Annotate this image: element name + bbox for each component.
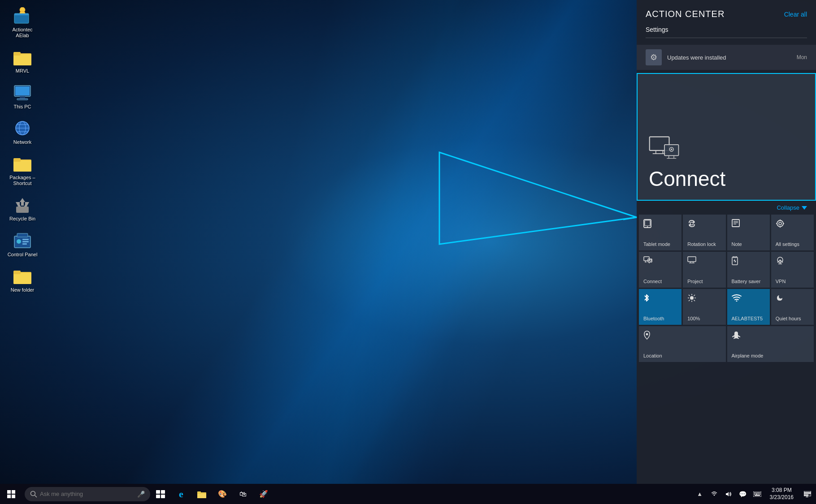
all-settings-tile[interactable]: All settings <box>771 215 814 250</box>
desktop-icon-packages-shortcut[interactable]: Packages – Shortcut <box>2 152 43 189</box>
collapse-row[interactable]: Collapse <box>637 201 816 215</box>
desktop-icon-mrvl[interactable]: MRVL <box>2 46 43 77</box>
recycle-bin-icon-image <box>13 196 31 214</box>
clock-time: 3:08 PM <box>772 487 792 494</box>
project-label: Project <box>687 279 703 284</box>
rotation-lock-tile[interactable]: Rotation lock <box>683 215 725 250</box>
chat-tray-icon[interactable]: 💬 <box>736 484 750 504</box>
svg-rect-8 <box>20 96 25 99</box>
svg-rect-56 <box>804 495 808 495</box>
svg-rect-18 <box>16 207 29 213</box>
svg-rect-47 <box>760 492 760 493</box>
desktop-icons: Actiontec AElab MRVL This PC Network Pac… <box>2 4 43 296</box>
rocket-button[interactable]: 🚀 <box>253 484 274 504</box>
svg-rect-9 <box>17 99 28 100</box>
store-button[interactable]: 🛍 <box>233 484 253 504</box>
svg-rect-91 <box>688 257 696 262</box>
notifications-tray-icon[interactable] <box>799 484 816 504</box>
taskbar-tray: ▲ 💬 <box>693 484 816 504</box>
svg-point-90 <box>650 259 651 261</box>
battery-saver-tile[interactable]: Battery saver <box>727 252 770 288</box>
search-bar[interactable]: 🎤 <box>25 487 150 501</box>
desktop-icon-new-folder[interactable]: New folder <box>2 265 43 296</box>
svg-point-100 <box>690 296 694 300</box>
tiles-row-4: Location Airplane mode <box>639 326 814 362</box>
airplane-mode-label: Airplane mode <box>732 353 764 358</box>
start-button[interactable] <box>0 484 22 504</box>
location-tile[interactable]: Location <box>639 326 726 362</box>
network-icon-label: Network <box>13 139 31 145</box>
svg-rect-75 <box>732 220 739 227</box>
connect-large-tile[interactable]: Connect <box>637 73 816 201</box>
packages-shortcut-icon-label: Packages – Shortcut <box>9 175 35 186</box>
quiet-hours-tile[interactable]: Quiet hours <box>771 289 814 325</box>
svg-point-32 <box>31 491 35 495</box>
collapse-label: Collapse <box>777 204 799 211</box>
svg-rect-37 <box>161 495 165 498</box>
svg-rect-49 <box>755 494 758 495</box>
svg-line-106 <box>694 300 695 302</box>
battery-saver-label: Battery saver <box>732 279 761 284</box>
desktop-icon-network[interactable]: Network <box>2 117 43 148</box>
connect-small-icon <box>643 256 652 267</box>
clock-date: 3/23/2016 <box>770 494 794 501</box>
taskbar: 🎤 e 🎨 🛍 🚀 ▲ <box>0 484 816 504</box>
action-center-title: ACTION CENTER <box>646 9 725 19</box>
vpn-tile[interactable]: VPN <box>771 252 814 288</box>
svg-line-33 <box>35 495 37 497</box>
brightness-label: 100% <box>687 316 700 321</box>
this-pc-icon-label: This PC <box>13 104 31 110</box>
svg-rect-28 <box>7 490 11 494</box>
notification-updates[interactable]: ⚙ Updates were installed Mon <box>637 45 816 70</box>
svg-rect-39 <box>197 494 206 498</box>
new-folder-icon-label: New folder <box>11 287 35 293</box>
all-settings-label: All settings <box>776 241 799 247</box>
project-tile[interactable]: Project <box>683 252 725 288</box>
svg-rect-35 <box>161 490 165 494</box>
action-center-header: ACTION CENTER Clear all <box>637 0 816 24</box>
svg-rect-34 <box>156 490 160 494</box>
note-label: Note <box>732 241 742 247</box>
svg-point-80 <box>779 222 781 225</box>
svg-rect-23 <box>22 243 27 245</box>
svg-rect-40 <box>197 491 201 494</box>
network-tray-icon[interactable] <box>707 484 721 504</box>
clock[interactable]: 3:08 PM 3/23/2016 <box>764 484 799 504</box>
note-tile[interactable]: Note <box>727 215 770 250</box>
svg-rect-16 <box>13 160 31 172</box>
task-view-button[interactable] <box>150 484 171 504</box>
svg-rect-1 <box>14 13 29 15</box>
note-icon <box>732 219 740 229</box>
desktop-icon-this-pc[interactable]: This PC <box>2 82 43 112</box>
desktop-icon-recycle-bin[interactable]: Recycle Bin <box>2 194 43 224</box>
svg-rect-5 <box>13 52 21 56</box>
quick-actions: Tablet mode Rotation lock <box>637 215 816 484</box>
file-explorer-button[interactable] <box>191 484 212 504</box>
connect-tile-small[interactable]: Connect <box>639 252 681 288</box>
desktop-icon-control-panel[interactable]: Control Panel <box>2 229 43 260</box>
svg-rect-29 <box>12 490 15 494</box>
tray-arrow[interactable]: ▲ <box>693 484 707 504</box>
control-panel-icon-label: Control Panel <box>8 252 38 258</box>
desktop-icon-actiontec-aelab[interactable]: Actiontec AElab <box>2 4 43 41</box>
tablet-mode-label: Tablet mode <box>643 241 670 247</box>
paint-button[interactable]: 🎨 <box>212 484 233 504</box>
clear-all-button[interactable]: Clear all <box>784 11 807 18</box>
svg-rect-31 <box>12 495 15 498</box>
edge-button[interactable]: e <box>171 484 191 504</box>
keyboard-tray-icon[interactable] <box>750 484 764 504</box>
settings-section-label: Settings <box>637 24 816 38</box>
brightness-tile[interactable]: 100% <box>683 289 725 325</box>
wifi-tile[interactable]: AELABTEST5 <box>727 289 770 325</box>
svg-line-105 <box>689 295 690 296</box>
all-settings-icon <box>776 219 785 230</box>
volume-tray-icon[interactable] <box>721 484 736 504</box>
bluetooth-tile[interactable]: Bluetooth <box>639 289 681 325</box>
tablet-mode-tile[interactable]: Tablet mode <box>639 215 681 250</box>
svg-rect-21 <box>22 239 29 240</box>
search-input[interactable] <box>40 491 134 497</box>
airplane-mode-tile[interactable]: Airplane mode <box>727 326 814 362</box>
quiet-hours-icon <box>776 293 784 304</box>
ac-divider <box>646 38 807 38</box>
svg-rect-7 <box>15 86 30 95</box>
